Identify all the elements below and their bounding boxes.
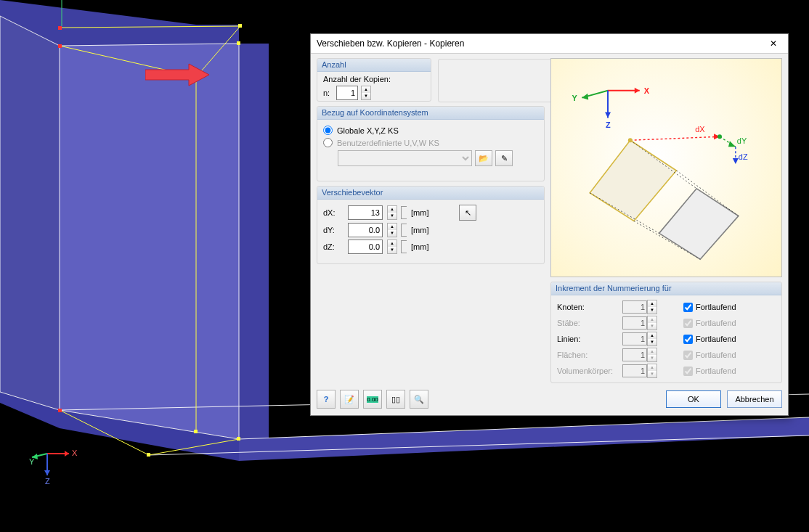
inc-checkbox[interactable]: Fortlaufend bbox=[683, 303, 736, 312]
radio-user[interactable]: Benutzerdefinierte U,V,W KS bbox=[323, 138, 538, 147]
pick-point-button[interactable]: ↖ bbox=[459, 205, 476, 221]
n-input[interactable] bbox=[336, 86, 358, 100]
group-inkrement: Inkrement der Nummerierung für Knoten: ▲… bbox=[550, 282, 782, 383]
radio-user-label: Benutzerdefinierte U,V,W KS bbox=[337, 139, 439, 147]
inc-row-flaechen: Flächen: ▲▼ Fortlaufend bbox=[557, 348, 776, 362]
radio-user-input[interactable] bbox=[323, 138, 333, 147]
svg-rect-31 bbox=[147, 453, 150, 457]
legend-inkrement: Inkrement der Nummerierung für bbox=[551, 282, 781, 295]
svg-text:Y: Y bbox=[572, 94, 577, 102]
dx-spinner[interactable]: ▲▼ bbox=[387, 205, 397, 220]
stepper-arrows[interactable] bbox=[401, 224, 407, 237]
inc-checkbox[interactable]: Fortlaufend bbox=[683, 335, 736, 344]
svg-rect-28 bbox=[237, 41, 240, 45]
annotation-arrow bbox=[145, 62, 211, 87]
svg-text:Y: Y bbox=[29, 457, 35, 466]
svg-rect-27 bbox=[238, 24, 242, 28]
svg-text:X: X bbox=[72, 449, 78, 457]
dy-input[interactable] bbox=[348, 223, 383, 237]
svg-text:X: X bbox=[644, 86, 650, 95]
inc-row-volumen: Volumenkörper: ▲▼ Fortlaufend bbox=[557, 364, 776, 378]
open-ks-button[interactable]: 📂 bbox=[475, 150, 492, 166]
help-icon: ? bbox=[324, 395, 329, 404]
close-button[interactable]: ✕ bbox=[759, 34, 788, 54]
inc-input[interactable] bbox=[622, 332, 647, 345]
inc-label: Flächen: bbox=[557, 351, 622, 359]
svg-point-66 bbox=[628, 138, 633, 142]
chk-label: Fortlaufend bbox=[696, 319, 736, 327]
chk-knoten[interactable] bbox=[683, 303, 693, 312]
dz-spinner[interactable]: ▲▼ bbox=[387, 240, 397, 254]
empty-group bbox=[438, 59, 553, 102]
group-koordinatensystem: Bezug auf Koordinatensystem Globale X,Y,… bbox=[317, 106, 545, 181]
svg-marker-49 bbox=[605, 112, 611, 118]
chk-flaechen bbox=[683, 351, 693, 360]
n-spinner[interactable]: ▲▼ bbox=[361, 86, 371, 100]
svg-marker-3 bbox=[239, 44, 269, 441]
new-ks-button[interactable]: ✎ bbox=[495, 150, 513, 166]
units-button[interactable]: 0.00 bbox=[363, 390, 382, 409]
inc-input bbox=[622, 348, 647, 361]
dy-spinner[interactable]: ▲▼ bbox=[387, 223, 397, 237]
inc-row-knoten: Knoten: ▲▼ Fortlaufend bbox=[557, 300, 776, 314]
titlebar[interactable]: Verschieben bzw. Kopieren - Kopieren ✕ bbox=[311, 34, 788, 54]
close-icon: ✕ bbox=[770, 38, 777, 49]
svg-text:dY: dY bbox=[737, 136, 747, 145]
extras-button[interactable]: ▯▯ bbox=[386, 390, 405, 409]
group-anzahl: Anzahl Anzahl der Kopien: n: ▲▼ bbox=[317, 58, 431, 102]
legend-bezug: Bezug auf Koordinatensystem bbox=[317, 107, 544, 120]
svg-rect-23 bbox=[58, 26, 62, 30]
stepper-arrows[interactable] bbox=[401, 206, 407, 219]
help-button[interactable]: ? bbox=[317, 390, 336, 409]
legend-anzahl: Anzahl bbox=[317, 59, 431, 72]
inc-input[interactable] bbox=[622, 300, 647, 314]
user-ks-select[interactable] bbox=[338, 150, 472, 166]
dy-unit: [mm] bbox=[411, 226, 428, 234]
dx-unit: [mm] bbox=[411, 208, 428, 217]
edit-button[interactable]: 📝 bbox=[340, 390, 359, 409]
chk-volumen bbox=[683, 367, 693, 376]
column-icon: ▯▯ bbox=[391, 395, 400, 404]
inc-spinner[interactable]: ▲▼ bbox=[647, 300, 657, 314]
inc-spinner: ▲▼ bbox=[647, 364, 657, 378]
inc-checkbox: Fortlaufend bbox=[683, 351, 736, 360]
search-icon: 🔍 bbox=[414, 395, 424, 404]
svg-rect-24 bbox=[58, 44, 62, 48]
svg-marker-61 bbox=[728, 141, 736, 147]
ok-button[interactable]: OK bbox=[666, 390, 721, 408]
folder-icon: 📂 bbox=[479, 154, 489, 163]
svg-text:dZ: dZ bbox=[739, 152, 748, 161]
inc-spinner[interactable]: ▲▼ bbox=[647, 332, 657, 346]
svg-marker-51 bbox=[590, 140, 676, 221]
svg-text:dX: dX bbox=[695, 125, 705, 134]
svg-line-57 bbox=[630, 136, 720, 140]
units-icon: 0.00 bbox=[367, 396, 378, 403]
chk-label: Fortlaufend bbox=[696, 335, 736, 343]
inc-checkbox: Fortlaufend bbox=[683, 367, 736, 376]
dz-label: dZ: bbox=[323, 242, 343, 251]
svg-marker-34 bbox=[65, 451, 69, 457]
inc-spinner: ▲▼ bbox=[647, 348, 657, 362]
edit-icon: 📝 bbox=[344, 395, 354, 404]
svg-marker-64 bbox=[733, 158, 739, 164]
dz-input[interactable] bbox=[348, 240, 383, 254]
chk-linien[interactable] bbox=[683, 335, 693, 344]
radio-global-input[interactable] bbox=[323, 126, 333, 135]
zoom-button[interactable]: 🔍 bbox=[410, 390, 428, 409]
inc-row-staebe: Stäbe: ▲▼ Fortlaufend bbox=[557, 316, 776, 330]
dx-input[interactable] bbox=[348, 205, 383, 220]
group-vektor: Verschiebevektor dX: ▲▼ [mm] ↖ dY: ▲▼ bbox=[317, 186, 545, 264]
radio-global[interactable]: Globale X,Y,Z KS bbox=[323, 126, 538, 135]
new-icon: ✎ bbox=[501, 154, 508, 163]
dz-unit: [mm] bbox=[411, 242, 428, 251]
chk-label: Fortlaufend bbox=[696, 351, 736, 359]
cancel-button[interactable]: Abbrechen bbox=[727, 390, 782, 408]
radio-global-label: Globale X,Y,Z KS bbox=[337, 126, 399, 135]
svg-marker-43 bbox=[635, 88, 640, 94]
legend-vektor: Verschiebevektor bbox=[317, 187, 544, 200]
stepper-arrows[interactable] bbox=[401, 240, 407, 253]
dy-label: dY: bbox=[323, 226, 343, 234]
svg-marker-1 bbox=[60, 44, 239, 439]
chk-label: Fortlaufend bbox=[696, 303, 736, 311]
dialog-title: Verschieben bzw. Kopieren - Kopieren bbox=[317, 38, 464, 49]
